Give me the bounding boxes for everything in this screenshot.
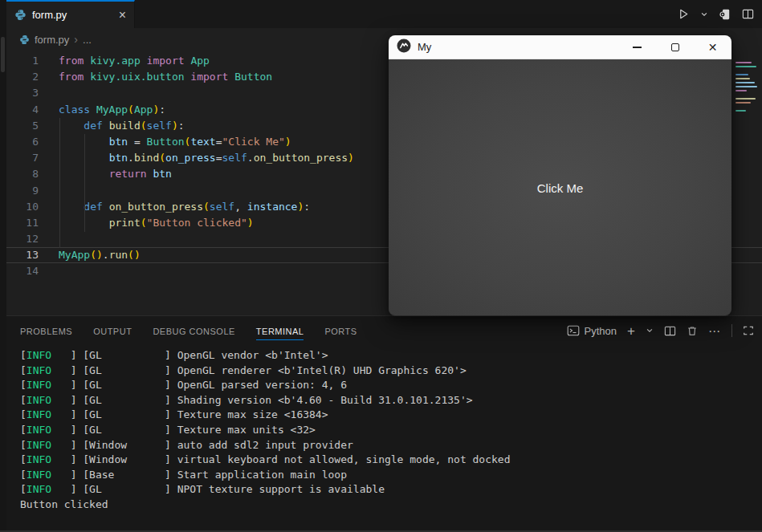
kivy-window-title: My xyxy=(418,41,431,53)
line-number: 6 xyxy=(6,134,47,150)
split-editor-icon[interactable] xyxy=(742,8,754,20)
kivy-window-controls: ✕ xyxy=(618,35,731,59)
terminal-line: [INFO ] [Base ] Start application main l… xyxy=(20,468,762,483)
line-number: 14 xyxy=(6,263,47,279)
line-number: 5 xyxy=(6,118,47,134)
minimap-line xyxy=(736,74,748,75)
line-number: 1 xyxy=(6,53,47,69)
code-text: btn = Button(text="Click Me") xyxy=(59,134,291,150)
python-file-icon xyxy=(19,35,30,45)
bottom-panel: PROBLEMSOUTPUTDEBUG CONSOLETERMINALPORTS… xyxy=(6,315,762,530)
panel-tabs: PROBLEMSOUTPUTDEBUG CONSOLETERMINALPORTS xyxy=(20,323,378,338)
maximize-panel-icon[interactable] xyxy=(743,325,754,336)
terminal-line: [INFO ] [GL ] Texture max units <32> xyxy=(20,423,762,438)
code-text: print("Button clicked") xyxy=(59,215,254,231)
kivy-button[interactable]: Click Me xyxy=(389,59,731,315)
terminal-line: [INFO ] [Window ] virtual keyboard not a… xyxy=(20,453,762,468)
minimap-line xyxy=(736,86,757,87)
terminal-line: Button clicked xyxy=(20,497,762,513)
code-text: btn.bind(on_press=self.on_button_press) xyxy=(59,150,354,166)
code-text: class MyApp(App): xyxy=(59,102,165,118)
minimap-line xyxy=(736,66,756,67)
minimap-line xyxy=(736,82,755,83)
python-file-icon xyxy=(14,9,26,21)
indent-guide xyxy=(59,118,60,248)
code-text: return btn xyxy=(59,166,172,182)
new-terminal-button[interactable]: + xyxy=(627,324,635,338)
code-text: def on_button_press(self, instance): xyxy=(59,199,310,215)
panel-actions: Python + xyxy=(567,324,754,338)
terminal-line: [INFO ] [Window ] auto add sdl2 input pr… xyxy=(20,438,762,453)
terminal-output[interactable]: [INFO ] [GL ] OpenGL vendor <b'Intel'>[I… xyxy=(6,345,762,513)
tab-form-py[interactable]: form.py × xyxy=(6,0,135,28)
maximize-button[interactable] xyxy=(656,35,694,59)
close-button[interactable]: ✕ xyxy=(694,35,731,59)
terminal-dropdown-chevron-icon[interactable] xyxy=(646,327,654,335)
tab-label: form.py xyxy=(32,9,113,21)
close-tab-icon[interactable]: × xyxy=(119,9,126,22)
line-number: 7 xyxy=(6,150,47,166)
kill-terminal-icon[interactable] xyxy=(687,325,698,337)
line-number: 10 xyxy=(6,199,47,215)
line-number: 11 xyxy=(6,215,47,231)
run-dropdown-chevron-icon[interactable] xyxy=(700,10,708,18)
minimize-button[interactable] xyxy=(618,35,656,59)
code-text: from kivy.app import App xyxy=(59,53,210,69)
panel-header: PROBLEMSOUTPUTDEBUG CONSOLETERMINALPORTS… xyxy=(6,316,762,345)
indent-guide xyxy=(84,134,85,232)
terminal-profile[interactable]: Python xyxy=(567,324,617,337)
terminal-shell-label: Python xyxy=(585,325,617,337)
split-terminal-icon[interactable] xyxy=(664,325,676,337)
minimap-line xyxy=(736,90,747,91)
line-number: 12 xyxy=(6,231,47,247)
terminal-line: [INFO ] [GL ] Texture max size <16384> xyxy=(20,408,762,423)
terminal-line: [INFO ] [GL ] OpenGL parsed version: 4, … xyxy=(20,378,762,393)
minimap-line xyxy=(736,102,751,104)
minimap-line xyxy=(736,110,746,112)
minimap[interactable] xyxy=(736,62,760,112)
vscode-window: form.py × xyxy=(0,0,762,532)
panel-tab-terminal[interactable]: TERMINAL xyxy=(256,319,304,344)
minimap-line xyxy=(736,62,752,63)
breadcrumb-more[interactable]: ... xyxy=(83,34,92,46)
code-text: MyApp().run() xyxy=(59,247,141,263)
terminal-line: [INFO ] [GL ] Shading version <b'4.60 - … xyxy=(20,393,762,408)
panel-tab-ports[interactable]: PORTS xyxy=(324,319,357,344)
panel-tab-debug-console[interactable]: DEBUG CONSOLE xyxy=(153,319,234,344)
editor-actions xyxy=(678,0,754,28)
panel-tab-output[interactable]: OUTPUT xyxy=(93,319,132,344)
code-text: def build(self): xyxy=(59,118,185,134)
terminal-line: [INFO ] [GL ] OpenGL vendor <b'Intel'> xyxy=(20,348,762,363)
run-button[interactable] xyxy=(678,8,690,20)
divider xyxy=(731,324,732,337)
more-actions-icon[interactable]: ⋯ xyxy=(708,325,721,337)
code-text: from kivy.uix.button import Button xyxy=(59,69,272,85)
kivy-logo-icon xyxy=(397,39,411,56)
breadcrumb-separator-icon: › xyxy=(74,33,78,46)
terminal-line: [INFO ] [GL ] NPOT texture support is av… xyxy=(20,482,762,497)
kivy-app-window[interactable]: My ✕ Click Me xyxy=(389,35,731,316)
line-number: 13 xyxy=(6,247,47,263)
line-number: 8 xyxy=(6,166,47,182)
line-number: 3 xyxy=(6,85,47,101)
kivy-button-label: Click Me xyxy=(389,181,731,194)
line-number: 9 xyxy=(6,183,47,199)
minimap-line xyxy=(736,98,756,99)
line-number: 4 xyxy=(6,102,47,118)
kivy-titlebar[interactable]: My ✕ xyxy=(389,35,731,59)
editor-tab-bar: form.py × xyxy=(6,0,762,28)
line-number: 2 xyxy=(6,69,47,85)
run-python-options-icon[interactable] xyxy=(719,8,731,21)
scrollbar-thumb[interactable] xyxy=(1,37,5,72)
panel-tab-problems[interactable]: PROBLEMS xyxy=(20,319,72,344)
left-edge-strip xyxy=(0,0,6,530)
breadcrumb-file[interactable]: form.py xyxy=(35,34,69,46)
terminal-line: [INFO ] [GL ] OpenGL renderer <b'Intel(R… xyxy=(20,363,762,379)
minimap-line xyxy=(736,78,750,79)
